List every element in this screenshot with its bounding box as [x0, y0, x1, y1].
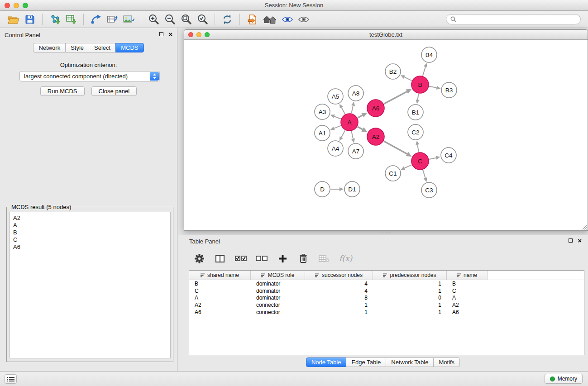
graph-edge-A2-C[interactable]: [384, 141, 407, 154]
open-session-button[interactable]: [5, 12, 22, 27]
delete-selected-button[interactable]: [297, 251, 309, 266]
graph-edge-B-B1[interactable]: [418, 94, 419, 100]
graph-edge-A-A1[interactable]: [334, 126, 341, 129]
graph-edge-A-A7[interactable]: [351, 131, 353, 139]
column-header-name[interactable]: name: [447, 271, 488, 280]
table-tab-network-table[interactable]: Network Table: [386, 357, 434, 367]
tab-select[interactable]: Select: [89, 43, 116, 52]
import-network-icon: [49, 14, 61, 24]
table-mode-gear-button[interactable]: [193, 251, 205, 266]
graph-edge-A-A8[interactable]: [351, 105, 353, 113]
table-tab-motifs[interactable]: Motifs: [433, 357, 460, 367]
criterion-select[interactable]: largest connected component (directed): [19, 71, 160, 81]
column-header-predecessor-nodes[interactable]: predecessor nodes: [373, 271, 447, 280]
import-table-from-file-button[interactable]: [63, 12, 79, 27]
network-canvas[interactable]: B4B2BB3A8A5A6A3B1AA1C2A2A4A7C4CC1C3DD1: [184, 40, 588, 230]
close-window-button[interactable]: [5, 3, 10, 8]
function-builder-button[interactable]: f(x): [339, 251, 352, 266]
float-panel-button[interactable]: [159, 32, 163, 36]
network-close-button[interactable]: [188, 32, 193, 37]
network-maximize-button[interactable]: [205, 32, 210, 37]
zoom-out-button[interactable]: [162, 12, 178, 27]
graphics-details-button[interactable]: [279, 12, 296, 27]
table-row-A[interactable]: Adominator80A: [189, 295, 584, 302]
graph-edge-A-A2[interactable]: [358, 127, 363, 129]
close-panel-x-button[interactable]: ×: [168, 32, 172, 37]
new-column-button[interactable]: [277, 251, 288, 266]
run-mcds-button[interactable]: Run MCDS: [40, 86, 85, 96]
graph-node-label: A8: [352, 90, 360, 97]
save-session-button[interactable]: [22, 12, 38, 27]
show-hide-columns-button[interactable]: [214, 251, 226, 266]
control-panel-tabs: NetworkStyleSelectMCDS: [0, 43, 177, 52]
close-panel-button[interactable]: Close panel: [91, 86, 137, 96]
document-arrow-icon: [247, 14, 257, 25]
graph-edge-C-C2[interactable]: [417, 145, 419, 152]
graph-edge-A-A6[interactable]: [358, 115, 363, 118]
table-row-B[interactable]: Bdominator41B: [189, 280, 584, 287]
refresh-view-button[interactable]: [219, 12, 235, 27]
table-cell: 1: [373, 309, 447, 315]
zoom-out-icon: [164, 14, 176, 25]
deselect-all-rows-button[interactable]: [256, 251, 268, 266]
table-cell: B: [447, 281, 488, 287]
search-box: [446, 14, 581, 24]
memory-button[interactable]: Memory: [545, 374, 583, 384]
zoom-fit-button[interactable]: [178, 12, 194, 27]
table-row-A2[interactable]: A2connector11A2: [189, 301, 584, 309]
select-all-rows-button[interactable]: [235, 251, 247, 266]
toolbar-separator: [141, 14, 141, 25]
column-header-successor-nodes[interactable]: successor nodes: [305, 271, 373, 280]
home-button[interactable]: [260, 12, 279, 27]
graph-edge-A-A4[interactable]: [341, 130, 345, 137]
double-home-icon: [263, 14, 277, 24]
mcds-result-list[interactable]: A2ABCA6: [10, 212, 171, 358]
resize-grip-icon[interactable]: [582, 224, 587, 230]
apply-layout-button[interactable]: [88, 12, 104, 27]
export-image-button[interactable]: [120, 12, 137, 27]
toolbar-separator: [239, 14, 240, 25]
close-table-panel-button[interactable]: ×: [578, 238, 582, 243]
float-table-panel-button[interactable]: [569, 238, 573, 243]
sort-icon: [315, 273, 320, 277]
status-menu-button[interactable]: [5, 374, 17, 384]
panel-splitter-handle[interactable]: [382, 232, 390, 234]
table-cell: A2: [447, 302, 488, 308]
graph-node-label: A: [347, 119, 351, 126]
export-network-button[interactable]: [244, 12, 260, 27]
tab-network[interactable]: Network: [33, 43, 66, 52]
graph-edge-A6-B[interactable]: [384, 92, 407, 104]
table-row-A6[interactable]: A6connector11A6: [189, 309, 584, 316]
graph-edge-C-C4[interactable]: [429, 158, 436, 159]
search-input[interactable]: [459, 16, 576, 23]
column-header-shared-name[interactable]: shared name: [189, 271, 251, 280]
minimize-window-button[interactable]: [14, 3, 19, 8]
table-row-C[interactable]: Cdominator41C: [189, 287, 584, 295]
table-tab-edge-table[interactable]: Edge Table: [346, 357, 386, 367]
graph-edge-B-B2[interactable]: [404, 77, 411, 81]
network-view-window: testGlobe.txt B4B2BB3A8A5A6A3B1AA1C2A2A4…: [184, 29, 588, 231]
delete-table-button[interactable]: [318, 251, 330, 266]
graph-edge-B-B3[interactable]: [429, 86, 436, 88]
zoom-selected-button[interactable]: [194, 12, 210, 27]
import-network-from-file-button[interactable]: [47, 12, 63, 27]
graph-edge-A-A3[interactable]: [334, 116, 341, 119]
birds-eye-view-button[interactable]: [296, 12, 312, 27]
tab-style[interactable]: Style: [65, 43, 89, 52]
float-icon: [159, 32, 163, 36]
graph-edge-A-A5[interactable]: [341, 108, 345, 114]
tab-mcds[interactable]: MCDS: [115, 43, 143, 52]
graph-node-label: C: [418, 158, 422, 165]
table-tab-node-table[interactable]: Node Table: [306, 357, 347, 367]
eye-blue-icon: [282, 15, 293, 24]
graph-edge-C-C1[interactable]: [405, 165, 412, 168]
export-table-button[interactable]: [104, 12, 120, 27]
graph-edge-C-C3[interactable]: [423, 170, 425, 178]
column-header-MCDS-role[interactable]: MCDS role: [251, 271, 305, 280]
maximize-window-button[interactable]: [23, 3, 28, 8]
network-window-titlebar[interactable]: testGlobe.txt: [184, 30, 588, 40]
zoom-in-button[interactable]: [145, 12, 162, 27]
table-cell: 1: [305, 302, 373, 308]
network-minimize-button[interactable]: [196, 32, 201, 37]
graph-edge-B-B4[interactable]: [423, 67, 425, 76]
